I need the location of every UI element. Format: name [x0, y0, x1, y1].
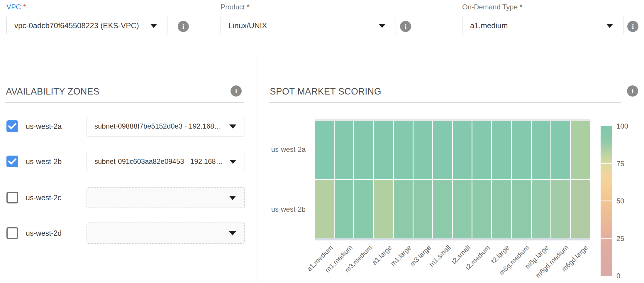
info-icon[interactable]: i [178, 21, 189, 32]
heatmap-cell [413, 180, 432, 239]
heatmap-bottom-strip [315, 238, 590, 240]
subnet-select[interactable] [87, 223, 245, 244]
x-axis-label: m1.small [428, 244, 452, 268]
chevron-down-icon [229, 160, 236, 164]
zone-label: us-west-2b [26, 150, 62, 173]
heatmap-cell [335, 180, 353, 239]
zone-checkbox[interactable] [6, 227, 18, 239]
subnet-select[interactable]: subnet-09888f7be5152d0e3 - 192.168… [87, 116, 245, 137]
colorbar-tick-label: 25 [616, 235, 624, 243]
heatmap-cell [394, 180, 413, 239]
heatmap-cell [532, 121, 550, 179]
chevron-down-icon [606, 24, 613, 28]
product-select[interactable]: Linux/UNIX [221, 16, 396, 35]
page: VPC* vpc-0adcb70f645508223 (EKS-VPC) i P… [0, 0, 644, 283]
heatmap-cell [453, 121, 472, 179]
heatmap-cell [551, 121, 570, 179]
zone-label: us-west-2c [26, 186, 61, 209]
colorbar-tick [601, 238, 612, 239]
colorbar-tick-label: 100 [616, 122, 628, 130]
info-icon[interactable]: i [231, 85, 242, 97]
heatmap-cell [472, 180, 491, 239]
x-axis-label: m1.large [389, 244, 413, 268]
az-row-us-west-2d: us-west-2d [6, 221, 245, 245]
heatmap-cell [315, 121, 334, 179]
product-label: Product * [221, 3, 250, 11]
section-divider [269, 102, 621, 103]
subnet-select-value: subnet-091c603aa82e09453 - 192.168… [94, 157, 223, 166]
zone-checkbox[interactable] [6, 156, 18, 167]
product-select-value: Linux/UNIX [228, 21, 267, 30]
on-demand-type-label: On-Demand Type * [462, 3, 522, 11]
heatmap-cell [433, 180, 452, 239]
heatmap-cell [354, 121, 373, 179]
colorbar [601, 126, 612, 276]
heatmap-cell [571, 180, 590, 239]
info-icon[interactable]: i [400, 21, 411, 32]
heatmap-cell [433, 121, 452, 179]
chevron-down-icon [150, 24, 157, 28]
heatmap-cell [354, 180, 373, 239]
vpc-select-value: vpc-0adcb70f645508223 (EKS-VPC) [14, 21, 139, 30]
az-row-us-west-2c: us-west-2c [6, 186, 245, 209]
on-demand-type-select[interactable]: a1.medium [462, 16, 623, 35]
zone-label: us-west-2a [26, 114, 62, 138]
vpc-select[interactable]: vpc-0adcb70f645508223 (EKS-VPC) [6, 16, 167, 35]
panel-divider [257, 53, 257, 283]
y-axis-label: us-west-2a [246, 145, 306, 154]
heatmap-cell [335, 121, 353, 179]
heatmap-x-axis: a1.mediumm1.mediumm3.mediuma1.largem1.la… [315, 244, 590, 283]
availability-zones-title: AVAILABILITY ZONES [6, 86, 99, 97]
subnet-select[interactable] [87, 187, 245, 208]
chevron-down-icon [229, 231, 236, 235]
heatmap-cell [394, 121, 413, 179]
heatmap-cell [512, 180, 531, 239]
heatmap-cell [532, 180, 550, 239]
subnet-select[interactable]: subnet-091c603aa82e09453 - 192.168… [87, 151, 245, 172]
y-axis-label: us-west-2b [246, 205, 306, 214]
az-row-us-west-2a: us-west-2a subnet-09888f7be5152d0e3 - 19… [6, 114, 245, 138]
spot-score-heatmap [315, 121, 590, 238]
heatmap-cell [374, 180, 393, 239]
spot-market-scoring-title: SPOT MARKET SCORING [270, 86, 381, 97]
colorbar-tick-label: 75 [616, 160, 624, 168]
colorbar-tick-label: 0 [616, 272, 620, 280]
info-icon[interactable]: i [627, 21, 638, 32]
az-row-us-west-2b: us-west-2b subnet-091c603aa82e09453 - 19… [6, 150, 245, 173]
on-demand-type-select-value: a1.medium [470, 21, 508, 30]
vpc-label: VPC* [6, 3, 26, 11]
check-icon [8, 156, 17, 165]
heatmap-cell [374, 121, 393, 179]
colorbar-tick [601, 163, 612, 164]
heatmap-cell [551, 180, 570, 239]
chevron-down-icon [229, 196, 236, 200]
required-asterisk: * [23, 3, 26, 11]
heatmap-cell [453, 180, 472, 239]
zone-checkbox[interactable] [6, 192, 18, 203]
heatmap-cell [492, 180, 511, 239]
heatmap-cell [571, 121, 590, 179]
heatmap-cell [492, 121, 511, 179]
heatmap-cell [315, 180, 334, 239]
subnet-select-value: subnet-09888f7be5152d0e3 - 192.168… [94, 122, 221, 130]
colorbar-tick-label: 50 [616, 197, 624, 205]
zone-label: us-west-2d [26, 221, 62, 245]
heatmap-cell [472, 121, 491, 179]
zone-checkbox[interactable] [6, 120, 18, 132]
check-icon [8, 121, 17, 129]
chevron-down-icon [229, 124, 236, 129]
info-icon[interactable]: i [627, 85, 638, 97]
section-divider [5, 102, 244, 103]
heatmap-cell [413, 121, 432, 179]
vpc-label-text: VPC [6, 3, 21, 11]
chevron-down-icon [379, 24, 386, 28]
colorbar-tick [601, 201, 612, 201]
heatmap-cell [512, 121, 531, 179]
